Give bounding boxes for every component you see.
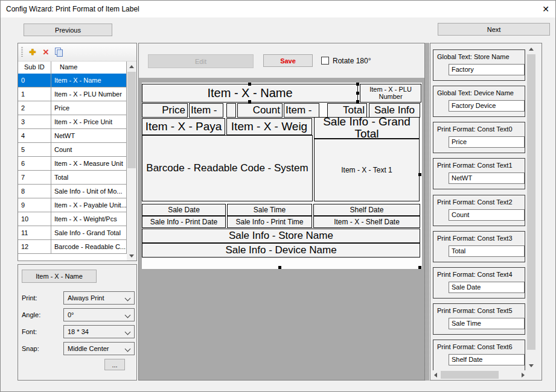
label-box-sale-info-grand-total[interactable]: Sale Info - Grand Total [314, 117, 420, 139]
text-group-input[interactable]: Total [449, 245, 525, 257]
cell-subid: 5 [18, 143, 51, 156]
scroll-right-icon[interactable] [519, 370, 528, 379]
table-row[interactable]: 1Item - X - PLU Number [18, 87, 127, 101]
cell-subid: 8 [18, 185, 51, 198]
angle-dropdown[interactable]: 0° [63, 308, 135, 321]
table-row[interactable]: 10Item - X - Weight/Pcs [18, 212, 127, 226]
label-box-item-x-payable[interactable]: Item - X - Paya [142, 118, 225, 135]
text-group-input[interactable]: Shelf Date [449, 354, 525, 365]
table-row[interactable]: 0Item - X - Name [18, 74, 127, 87]
snap-label: Snap: [22, 345, 39, 352]
text-group-label: Global Text: Store Name [437, 53, 510, 60]
table-row[interactable]: 3Item - X - Price Unit [18, 115, 127, 129]
label-editor-panel: Edit Save Rotate 180° Item - X - NameIte… [138, 43, 425, 381]
label-box-sale-info-device-name[interactable]: Sale Info - Device Name [142, 243, 420, 258]
label-box-sale-info-print-date[interactable]: Sale Info - Print Date [142, 216, 226, 228]
save-button[interactable]: Save [263, 54, 313, 67]
scroll-up-icon[interactable] [526, 44, 536, 54]
text-group-input[interactable]: Count [449, 209, 525, 221]
text-group-input[interactable]: Factory [449, 64, 525, 75]
table-row[interactable]: 2Price [18, 101, 127, 115]
next-button[interactable]: Next [438, 23, 550, 36]
text-group-input[interactable]: Factory Device [449, 100, 525, 112]
canvas-resize-handle[interactable] [418, 266, 421, 269]
label-box-sale-info-clipped[interactable]: Sale Info [369, 103, 420, 118]
scroll-down-icon[interactable] [127, 251, 136, 261]
selection-handle[interactable] [248, 83, 251, 86]
table-row[interactable]: 8Sale Info - Unit of Mo... [18, 185, 127, 198]
cell-name: Total [51, 171, 127, 184]
table-row[interactable]: 11Sale Info - Grand Total [18, 226, 127, 240]
selection-handle[interactable] [356, 92, 359, 95]
label-box-item-x-price-unit-clipped[interactable]: Item - [189, 103, 223, 118]
canvas-resize-handle[interactable] [278, 266, 281, 269]
selected-item-button[interactable]: Item - X - Name [22, 270, 97, 283]
label-box-const-sale-time[interactable]: Sale Time [227, 204, 312, 216]
scrollbar-thumb[interactable] [127, 72, 136, 168]
scroll-left-icon[interactable] [431, 370, 440, 379]
label-box-item-x-text1[interactable]: Item - X - Text 1 [314, 139, 420, 201]
label-box-text: Item - X - Text 1 [341, 166, 392, 174]
label-box-const-price[interactable]: Price [142, 103, 188, 118]
settings-horizontal-scrollbar[interactable] [431, 370, 528, 379]
chevron-down-icon [125, 296, 131, 302]
label-canvas[interactable]: Item - X - NameItem - X - PLU NumberPric… [142, 83, 422, 269]
text-group-input[interactable]: Price [449, 136, 525, 148]
copy-icon[interactable] [54, 48, 62, 57]
edit-button[interactable]: Edit [148, 54, 254, 68]
add-icon[interactable]: ✚ [27, 48, 38, 57]
text-group-input[interactable]: Sale Date [449, 282, 525, 293]
label-box-empty-box[interactable] [226, 103, 236, 118]
label-box-sale-info-print-time[interactable]: Sale Info - Print Time [227, 216, 312, 228]
font-dropdown[interactable]: 18 * 34 [63, 325, 135, 338]
table-row[interactable]: 6Item - X - Measure Unit [18, 157, 127, 171]
label-box-item-x-weight[interactable]: Item - X - Weig [226, 118, 312, 135]
column-header-name[interactable]: Name [51, 62, 127, 74]
list-vertical-scrollbar[interactable] [127, 62, 136, 261]
cell-subid: 10 [18, 212, 51, 226]
settings-vertical-scrollbar[interactable] [526, 44, 536, 370]
label-box-sale-info-store-name[interactable]: Sale Info - Store Name [142, 229, 420, 243]
column-header-subid[interactable]: Sub ID [18, 62, 51, 74]
label-box-item-x-plu-number[interactable]: Item - X - PLU Number [360, 84, 421, 103]
text-group-label: Print Format: Const Text4 [437, 271, 513, 278]
table-row[interactable]: 12Barcode - Readable C... [18, 240, 127, 254]
text-group-input[interactable]: Sale Time [449, 318, 525, 329]
selection-handle[interactable] [248, 100, 251, 103]
label-box-const-count[interactable]: Count [237, 103, 283, 118]
cell-name: Item - X - Weight/Pcs [51, 212, 127, 226]
delete-icon[interactable]: ✕ [40, 48, 51, 57]
selection-handle[interactable] [356, 100, 359, 103]
text-group-label: Print Format: Const Text3 [437, 235, 513, 242]
label-box-const-sale-date[interactable]: Sale Date [142, 204, 226, 216]
more-button[interactable]: ... [104, 359, 125, 370]
canvas-resize-handle[interactable] [418, 173, 421, 176]
panel-splitter[interactable] [425, 43, 429, 381]
snap-dropdown[interactable]: Middle Center [63, 342, 135, 355]
label-box-item-x-measure-unit-clipped[interactable]: Item - [284, 103, 319, 118]
label-box-barcode-readable-code[interactable]: Barcode - Readable Code - System [142, 135, 313, 201]
previous-button[interactable]: Previous [24, 24, 112, 36]
text-group: Print Format: Const Text4Sale Date [433, 267, 525, 299]
label-box-item-x-shelf-date[interactable]: Item - X - Shelf Date [313, 216, 420, 228]
scroll-up-icon[interactable] [127, 62, 136, 71]
table-row[interactable]: 9Item - X - Payable Unit... [18, 198, 127, 212]
table-row[interactable]: 5Count [18, 143, 127, 157]
text-group-input[interactable]: NetWT [449, 172, 525, 184]
rotate-180-checkbox[interactable] [321, 57, 329, 65]
scrollbar-thumb[interactable] [527, 54, 535, 350]
selection-handle[interactable] [356, 83, 359, 86]
scrollbar-thumb[interactable] [441, 371, 499, 379]
scroll-down-icon[interactable] [526, 361, 536, 370]
text-group: Print Format: Const Text0Price [433, 122, 525, 153]
table-row[interactable]: 4NetWT [18, 129, 127, 143]
close-icon[interactable]: ✕ [539, 3, 552, 15]
cell-subid: 3 [18, 115, 51, 128]
table-row[interactable]: 7Total [18, 171, 127, 185]
cell-name: Sale Info - Grand Total [51, 226, 127, 239]
chevron-down-icon [125, 329, 131, 335]
print-dropdown[interactable]: Always Print [63, 291, 135, 305]
toolbar-grip[interactable] [21, 47, 23, 58]
label-box-const-shelf-date[interactable]: Shelf Date [313, 204, 420, 216]
label-box-const-total[interactable]: Total [327, 103, 367, 118]
